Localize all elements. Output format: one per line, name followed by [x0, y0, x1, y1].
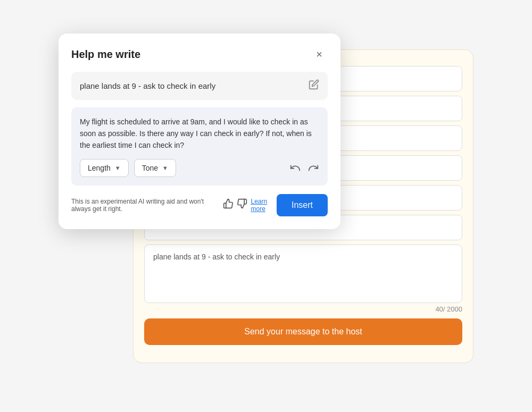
tone-dropdown[interactable]: Tone ▼: [134, 159, 176, 177]
edit-icon[interactable]: [309, 79, 319, 93]
learn-more-link[interactable]: Learn more: [251, 198, 277, 213]
redo-button[interactable]: [307, 162, 319, 174]
message-textarea[interactable]: plane lands at 9 - ask to check in early: [144, 245, 462, 303]
controls-left: Length ▼ Tone ▼: [80, 159, 176, 177]
tone-label: Tone: [142, 164, 158, 172]
send-button[interactable]: Send your message to the host: [144, 318, 462, 345]
tone-arrow-icon: ▼: [162, 165, 168, 171]
thumbdown-icon[interactable]: [237, 198, 247, 212]
modal-title: Help me write: [71, 48, 140, 61]
length-dropdown[interactable]: Length ▼: [80, 159, 129, 177]
controls-right: [289, 162, 319, 174]
prompt-text: plane lands at 9 - ask to check in early: [80, 81, 303, 90]
length-label: Length: [88, 164, 111, 172]
modal-header: Help me write ×: [71, 46, 328, 63]
char-count: 40/ 2000: [144, 305, 462, 313]
close-button[interactable]: ×: [311, 46, 328, 63]
footer-left: This is an experimental AI writing aid a…: [71, 198, 277, 213]
length-arrow-icon: ▼: [115, 165, 121, 171]
message-text: plane lands at 9 - ask to check in early: [153, 253, 453, 261]
footer-row: This is an experimental AI writing aid a…: [71, 194, 328, 216]
help-me-write-modal: Help me write × plane lands at 9 - ask t…: [59, 33, 340, 229]
thumbup-icon[interactable]: [223, 198, 234, 212]
undo-button[interactable]: [289, 162, 301, 174]
prompt-box: plane lands at 9 - ask to check in early: [71, 72, 328, 100]
controls-row: Length ▼ Tone ▼: [80, 159, 319, 177]
generated-text-box: My flight is scheduled to arrive at 9am,…: [71, 107, 328, 186]
generated-text: My flight is scheduled to arrive at 9am,…: [80, 116, 319, 152]
insert-button[interactable]: Insert: [277, 194, 328, 216]
feedback-icons: [223, 198, 247, 212]
disclaimer-text: This is an experimental AI writing aid a…: [71, 198, 218, 213]
